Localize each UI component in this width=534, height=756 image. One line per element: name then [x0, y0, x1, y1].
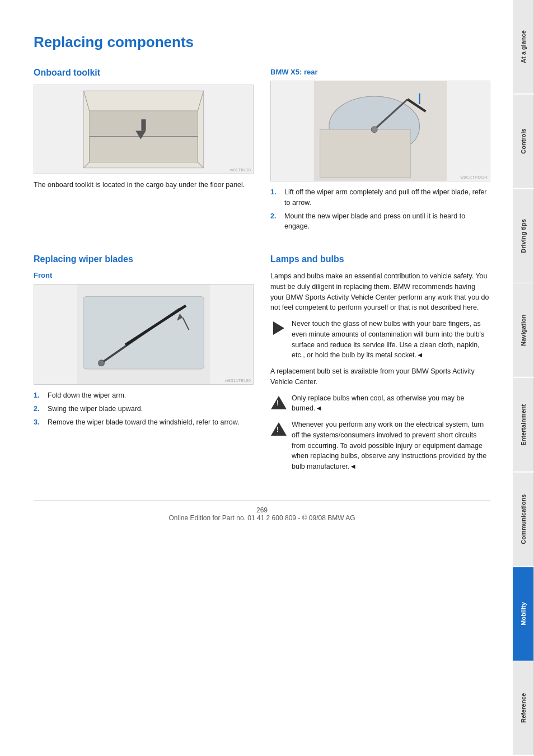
warning-electrical-text: Whenever you perform any work on the ele…	[292, 419, 490, 472]
sidebar-tab-mobility[interactable]: Mobility	[513, 567, 534, 661]
warning-replace-cool-text: Only replace bulbs when cool, as otherwi…	[292, 393, 490, 414]
sidebar-tab-entertainment[interactable]: Entertainment	[513, 378, 534, 472]
lamps-and-bulbs-title: Lamps and bulbs	[270, 254, 490, 264]
sidebar-tab-reference[interactable]: Reference	[513, 661, 534, 755]
svg-rect-12	[320, 129, 411, 178]
image-credit-front: w8311TINS0	[225, 378, 251, 383]
warning-replace-cool: Only replace bulbs when cool, as otherwi…	[270, 393, 490, 414]
onboard-toolkit-image: w01TINS0	[34, 85, 254, 174]
sidebar-tab-controls[interactable]: Controls	[513, 95, 534, 188]
replacing-wiper-blades-title: Replacing wiper blades	[34, 254, 254, 264]
warning-triangle-icon-2	[270, 421, 287, 437]
svg-rect-8	[141, 119, 146, 130]
bmw-x5-rear-title: BMW X5: rear	[270, 68, 490, 76]
bmw-x5-rear-section: BMW X5: rear	[270, 68, 490, 237]
warning-triangle-icon-1	[270, 394, 287, 411]
image-credit-rear: w9C2TPDGR	[461, 175, 488, 180]
wiper-front-steps-list: 1. Fold down the wiper arm. 2. Swing the…	[34, 390, 254, 427]
svg-rect-1	[90, 137, 198, 162]
page-footer: 269 Online Edition for Part no. 01 41 2 …	[34, 500, 490, 522]
page-title: Replacing components	[34, 34, 490, 51]
rear-step-1: 1. Lift off the wiper arm completely and…	[270, 187, 490, 208]
sidebar-tab-at-a-glance[interactable]: At a glance	[513, 0, 534, 94]
front-step-3: 3. Remove the wiper blade toward the win…	[34, 417, 254, 428]
svg-point-23	[99, 360, 105, 366]
front-step-2: 2. Swing the wiper blade upward.	[34, 404, 254, 414]
replacement-bulb-text: A replacement bulb set is available from…	[270, 366, 490, 388]
image-credit-toolkit: w01TINS0	[230, 167, 251, 172]
wiper-front-image: w8311TINS0	[34, 284, 254, 385]
rear-step-2: 2. Mount the new wiper blade and press o…	[270, 211, 490, 232]
front-step-1: 1. Fold down the wiper arm.	[34, 390, 254, 401]
onboard-toolkit-section: Onboard toolkit	[34, 68, 254, 237]
notice-touch-glass-text: Never touch the glass of new bulbs with …	[292, 319, 490, 361]
sidebar-tab-communications[interactable]: Communications	[513, 473, 534, 566]
wiper-front-subtitle: Front	[34, 271, 254, 279]
page-number: 269	[256, 506, 268, 514]
bmw-x5-rear-image: w9C2TPDGR	[270, 81, 490, 181]
sidebar-tab-driving-tips[interactable]: Driving tips	[513, 189, 534, 283]
lamps-intro: Lamps and bulbs make an essential contri…	[270, 271, 490, 313]
bmw-x5-rear-steps-list: 1. Lift off the wiper arm completely and…	[270, 187, 490, 232]
onboard-toolkit-title: Onboard toolkit	[34, 68, 254, 78]
onboard-toolkit-body: The onboard toolkit is located in the ca…	[34, 180, 254, 190]
lamps-and-bulbs-section: Lamps and bulbs Lamps and bulbs make an …	[270, 254, 490, 478]
notice-touch-glass: Never touch the glass of new bulbs with …	[270, 319, 490, 361]
play-triangle-icon	[270, 320, 287, 337]
footer-text: Online Edition for Part no. 01 41 2 600 …	[168, 514, 355, 522]
replacing-wiper-blades-section: Replacing wiper blades Front	[34, 254, 254, 478]
warning-electrical: Whenever you perform any work on the ele…	[270, 419, 490, 472]
sidebar-tab-navigation[interactable]: Navigation	[513, 283, 534, 377]
sidebar: At a glance Controls Driving tips Naviga…	[513, 0, 534, 756]
svg-point-16	[371, 127, 377, 133]
